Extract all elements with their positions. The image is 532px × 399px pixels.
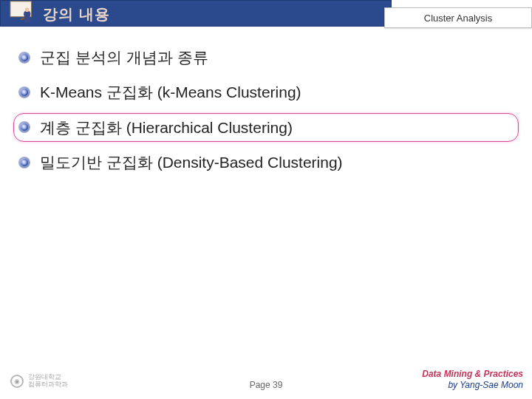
list-item: K-Means 군집화 (k-Means Clustering): [19, 82, 513, 102]
footer: ◉ 강원대학교 컴퓨터과학과 Page 39 Data Mining & Pra…: [0, 371, 532, 392]
page-number: Page 39: [250, 380, 283, 390]
university-logo: ◉ 강원대학교 컴퓨터과학과: [0, 371, 89, 392]
course-title: Data Mining & Practices: [422, 369, 523, 381]
slide: 강의 내용 Cluster Analysis 군집 분석의 개념과 종류 K-M…: [0, 0, 532, 399]
bullet-icon: [19, 52, 30, 63]
footer-credits: Data Mining & Practices by Yang-Sae Moon: [422, 369, 523, 392]
uni-name-2: 컴퓨터과학과: [28, 381, 68, 389]
lecturer-icon: [9, 0, 37, 27]
svg-point-2: [25, 7, 30, 12]
bullet-text: 밀도기반 군집화 (Density-Based Clustering): [40, 152, 343, 172]
topic-label: Cluster Analysis: [424, 13, 492, 24]
bullet-icon: [19, 122, 30, 132]
author: by Yang-Sae Moon: [422, 380, 523, 392]
bullet-text: 계층 군집화 (Hierarchical Clustering): [40, 117, 293, 137]
slide-title: 강의 내용: [43, 4, 110, 24]
bullet-icon: [19, 157, 30, 168]
header: 강의 내용 Cluster Analysis: [0, 0, 532, 33]
bullet-text: K-Means 군집화 (k-Means Clustering): [40, 82, 301, 102]
list-item: 밀도기반 군집화 (Density-Based Clustering): [19, 152, 513, 172]
logo-text: 강원대학교 컴퓨터과학과: [28, 374, 68, 389]
svg-rect-4: [20, 18, 24, 21]
bullet-text: 군집 분석의 개념과 종류: [40, 47, 208, 67]
logo-emblem-icon: ◉: [10, 375, 24, 388]
topic-box: Cluster Analysis: [384, 7, 532, 28]
list-item: 계층 군집화 (Hierarchical Clustering): [19, 117, 513, 137]
list-item: 군집 분석의 개념과 종류: [19, 47, 513, 67]
svg-rect-3: [24, 16, 30, 23]
body: 군집 분석의 개념과 종류 K-Means 군집화 (k-Means Clust…: [0, 33, 532, 172]
highlighted-item-wrap: 계층 군집화 (Hierarchical Clustering): [19, 117, 513, 137]
bullet-icon: [19, 87, 30, 98]
